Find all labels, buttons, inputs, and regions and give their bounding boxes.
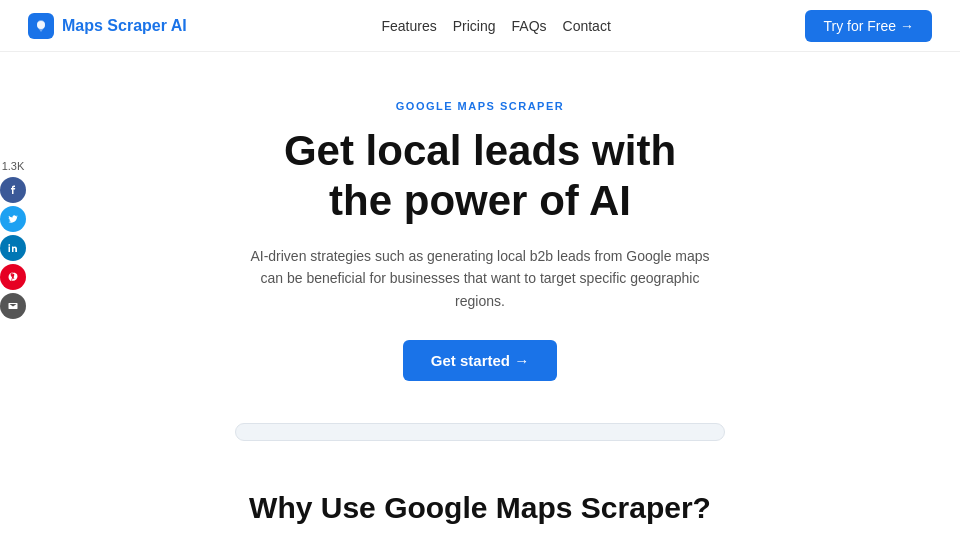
nav-cta-button[interactable]: Try for Free → <box>805 10 932 42</box>
nav-contact[interactable]: Contact <box>555 14 619 38</box>
hero-headline: Get local leads with the power of AI <box>20 126 940 227</box>
linkedin-share-button[interactable] <box>0 235 26 261</box>
why-heading: Why Use Google Maps Scraper? <box>20 491 940 525</box>
nav-features[interactable]: Features <box>373 14 444 38</box>
twitter-share-button[interactable] <box>0 206 26 232</box>
nav-faqs[interactable]: FAQs <box>504 14 555 38</box>
email-share-button[interactable] <box>0 293 26 319</box>
hero-cta-button[interactable]: Get started → <box>403 340 557 381</box>
logo-icon <box>28 13 54 39</box>
navbar: Maps Scraper AI Features Pricing FAQs Co… <box>0 0 960 52</box>
demo-bar-wrap <box>0 401 960 451</box>
logo[interactable]: Maps Scraper AI <box>28 13 187 39</box>
hero-subtext: AI-driven strategies such as generating … <box>240 245 720 312</box>
demo-bar <box>235 423 725 441</box>
pinterest-share-button[interactable] <box>0 264 26 290</box>
why-section: Why Use Google Maps Scraper? Scraping Go… <box>0 451 960 540</box>
logo-text: Maps Scraper AI <box>62 17 187 35</box>
nav-links: Features Pricing FAQs Contact <box>373 14 618 38</box>
social-count: 1.3K <box>2 160 25 173</box>
hero-badge: GOOGLE MAPS SCRAPER <box>20 100 940 112</box>
hero-section: GOOGLE MAPS SCRAPER Get local leads with… <box>0 52 960 401</box>
facebook-share-button[interactable] <box>0 177 26 203</box>
social-sidebar: 1.3K <box>0 160 26 322</box>
nav-pricing[interactable]: Pricing <box>445 14 504 38</box>
